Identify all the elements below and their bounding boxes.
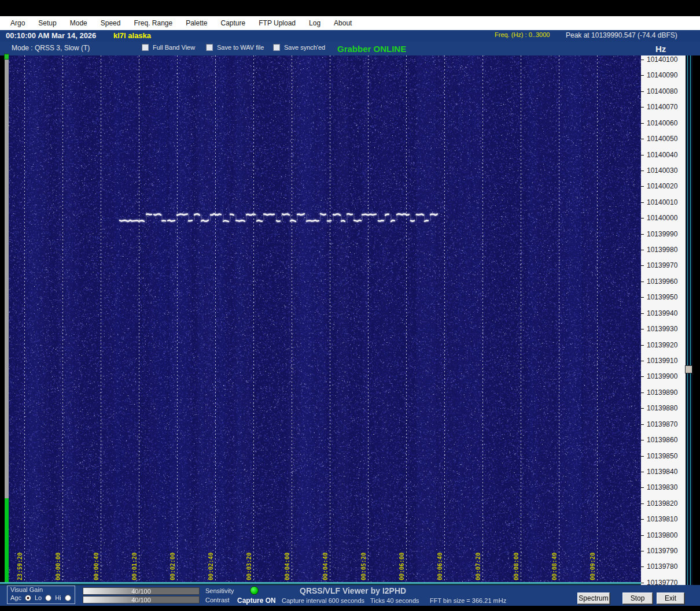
freq-label: 10139850 — [647, 452, 677, 460]
menu-item-ftp-upload[interactable]: FTP Upload — [259, 19, 296, 27]
time-label: 00:09:20 — [590, 553, 596, 580]
freq-label: 10140020 — [647, 182, 677, 190]
freq-label: 10139820 — [647, 499, 677, 508]
app-title: QRSS/VLF Viewer by I2PHD — [300, 586, 406, 595]
exit-button[interactable]: Exit — [657, 593, 684, 604]
freq-tick — [641, 171, 644, 171]
sensitivity-slider[interactable]: 40/100 — [83, 587, 200, 595]
radio-hi[interactable] — [65, 595, 71, 601]
freq-tick — [641, 424, 644, 425]
checkbox-group-save-to-wav-file: Save to WAV file — [206, 44, 264, 51]
freq-label: 10139880 — [647, 404, 677, 412]
freq-tick — [641, 282, 644, 282]
contrast-slider[interactable]: 40/100 — [83, 596, 200, 603]
menu-item-capture[interactable]: Capture — [221, 19, 246, 27]
status-bar: 00:10:00 AM Mar 14, 2026 kl7l alaska Fre… — [0, 30, 700, 42]
menu-item-mode[interactable]: Mode — [70, 19, 87, 27]
freq-tick — [641, 155, 644, 155]
freq-tick — [641, 297, 644, 298]
freq-label: 10139950 — [647, 293, 677, 301]
capture-interval-info: Capture interval 600 seconds — [282, 597, 364, 604]
time-label: 00:02:40 — [208, 553, 215, 580]
freq-scrollbar-thumb[interactable] — [685, 365, 692, 373]
freq-label: 10140040 — [647, 151, 677, 159]
control-bar: Visual Gain AgcLoHi 40/100 40/100 Sensit… — [0, 585, 700, 606]
mode-label: Mode : QRSS 3, Slow (T) — [12, 44, 90, 52]
freq-label: 10139840 — [647, 468, 677, 476]
freq-tick — [641, 583, 644, 583]
fft-bin-info: FFT bin size = 366.21 mHz — [430, 597, 506, 604]
freq-label: 10140030 — [647, 166, 677, 175]
freq-label: 10139900 — [647, 372, 677, 380]
freq-tick — [641, 519, 644, 520]
freq-tick — [641, 440, 644, 440]
freq-tick — [641, 123, 644, 124]
checkbox-group-save-synch-ed: Save synch'ed — [273, 44, 325, 51]
contrast-label: Contrast — [205, 597, 230, 603]
contrast-value: 40/100 — [83, 597, 199, 603]
freq-label: 10140090 — [647, 71, 677, 79]
menu-item-speed[interactable]: Speed — [101, 19, 121, 27]
checkbox-save-synch-ed[interactable] — [273, 44, 280, 51]
spectrum-button[interactable]: Spectrum — [577, 593, 610, 604]
menu-item-setup[interactable]: Setup — [38, 19, 56, 27]
time-label: 00:06:40 — [437, 553, 444, 580]
radio-lo[interactable] — [45, 595, 51, 601]
capture-status: Capture ON — [237, 597, 276, 605]
freq-tick — [641, 392, 644, 393]
checkbox-label-save-synch-ed: Save synch'ed — [284, 44, 325, 51]
menu-item-argo[interactable]: Argo — [10, 19, 25, 27]
grabber-status: Grabber ONLINE — [337, 44, 406, 54]
freq-tick — [641, 186, 644, 187]
menu-item-log[interactable]: Log — [309, 19, 320, 27]
spectrogram-area: 23:59:2000:00:0000:00:4000:01:2000:02:00… — [0, 55, 700, 585]
sensitivity-label: Sensitivity — [205, 587, 234, 594]
freq-tick — [641, 218, 644, 219]
freq-tick — [641, 313, 644, 314]
freq-scrollbar-track[interactable] — [686, 55, 692, 585]
freq-range-readout: Freq. (Hz) : 0..3000 — [495, 31, 550, 38]
checkbox-group-full-band-view: Full Band View — [142, 44, 195, 51]
time-label: 00:00:40 — [93, 553, 100, 580]
frequency-scale: 1014010010140090101400801014007010140060… — [641, 55, 686, 587]
freq-tick — [641, 75, 644, 76]
time-label: 00:03:20 — [246, 553, 253, 580]
time-label: 00:00:00 — [55, 553, 62, 580]
freq-label: 10140070 — [647, 103, 677, 111]
menu-item-about[interactable]: About — [334, 19, 352, 27]
freq-label: 10139960 — [647, 277, 677, 286]
radio-agc[interactable] — [25, 595, 31, 601]
time-label: 00:08:40 — [551, 553, 558, 580]
time-label: 00:04:00 — [284, 553, 291, 580]
time-label: 00:06:00 — [399, 553, 406, 580]
stop-button[interactable]: Stop — [622, 593, 653, 604]
freq-label: 10139790 — [647, 547, 677, 555]
capture-progress-strip — [5, 55, 9, 583]
ticks-info: Ticks 40 seconds — [370, 597, 419, 604]
freq-tick — [641, 139, 644, 139]
freq-tick — [641, 472, 644, 472]
bottom-divider-line — [0, 582, 641, 584]
time-label: 00:08:00 — [513, 553, 520, 580]
checkbox-full-band-view[interactable] — [142, 44, 149, 51]
menu-item-palette[interactable]: Palette — [186, 19, 207, 27]
datetime-display: 00:10:00 AM Mar 14, 2026 — [6, 31, 96, 40]
radio-label-hi: Hi — [55, 594, 61, 601]
menu-item-freq-range[interactable]: Freq. Range — [134, 19, 172, 27]
freq-tick — [641, 361, 644, 361]
freq-label: 10139910 — [647, 357, 677, 365]
radio-label-lo: Lo — [35, 594, 42, 601]
time-label: 00:05:20 — [360, 553, 367, 580]
visual-gain-radios: AgcLoHi — [10, 594, 71, 601]
freq-label: 10139800 — [647, 531, 677, 539]
checkbox-label-full-band-view: Full Band View — [153, 44, 195, 51]
freq-tick — [641, 234, 644, 235]
scrollbar-groove-line — [687, 55, 688, 585]
freq-tick — [641, 566, 644, 567]
time-label: 00:02:00 — [170, 553, 176, 580]
freq-tick — [641, 91, 644, 92]
checkbox-save-to-wav-file[interactable] — [206, 44, 213, 51]
spectrogram-canvas[interactable] — [9, 55, 641, 583]
freq-tick — [641, 503, 644, 504]
freq-tick — [641, 265, 644, 266]
